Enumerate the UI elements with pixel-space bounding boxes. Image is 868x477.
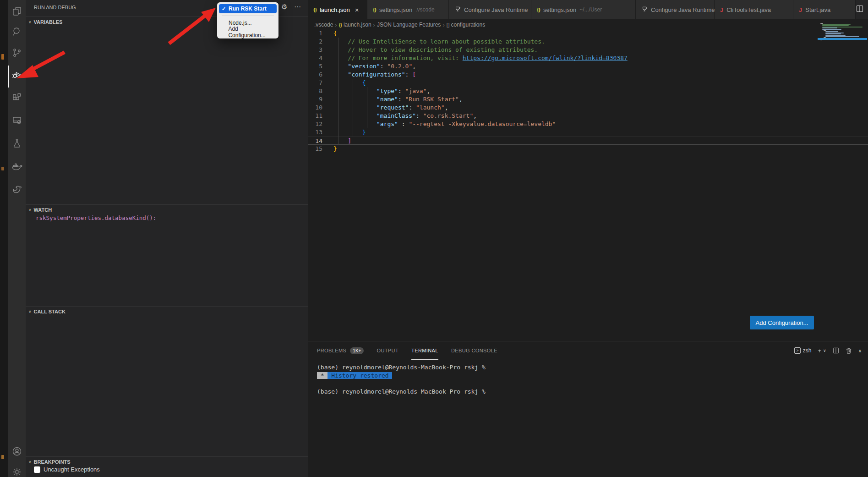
code-line-11[interactable]: 11 "mainClass": "co.rsk.Start", (308, 112, 868, 120)
terminal-icon: > (794, 347, 801, 354)
line-number: 10 (308, 104, 329, 112)
maximize-panel-button[interactable]: ∧ (858, 348, 862, 353)
panel-tab-debug-console[interactable]: DEBUG CONSOLE (451, 341, 497, 360)
code-line-2[interactable]: 2 // Use IntelliSense to learn about pos… (308, 38, 868, 46)
minimap-line (825, 31, 838, 32)
tab-start-java[interactable]: JStart.java (793, 0, 856, 19)
docker-icon[interactable] (8, 156, 26, 177)
menu-item-add-configuration-[interactable]: Add Configuration... (219, 27, 277, 37)
run-and-debug-icon[interactable] (8, 64, 26, 85)
source-control-icon[interactable] (8, 42, 26, 63)
tab-launch-json[interactable]: {}launch.json× (308, 0, 367, 19)
panel-toolbar: > zsh + ∨ ∧ (794, 341, 862, 360)
section-label: CALL STACK (34, 309, 66, 314)
section-label: VARIABLES (34, 19, 63, 25)
breadcrumb-item[interactable]: [ ]configurations (447, 22, 485, 28)
terminal-instance-zsh[interactable]: > zsh (794, 347, 812, 354)
code-line-13[interactable]: 13 } (308, 128, 868, 137)
search-icon[interactable] (8, 21, 26, 42)
panel-tab-output[interactable]: OUTPUT (377, 341, 399, 360)
tab-clitoolstest-java[interactable]: JCliToolsTest.java (715, 0, 793, 19)
code-line-6[interactable]: 6 "configurations": [ (308, 71, 868, 79)
split-editor-icon[interactable] (856, 5, 863, 14)
minimap-line (822, 29, 841, 30)
code-line-4[interactable]: 4 // For more information, visit: https:… (308, 54, 868, 62)
code-token: : (405, 71, 413, 78)
code-token: "0.2.0" (387, 63, 412, 70)
code-token: , (473, 112, 477, 119)
more-actions-icon[interactable]: ⋯ (294, 3, 301, 11)
terminal-output[interactable]: (base) reynoldmorel@Reynolds-MacBook-Pro… (317, 363, 486, 395)
code-editor[interactable]: 1{2 // Use IntelliSense to learn about p… (308, 29, 868, 153)
extensions-icon[interactable] (8, 87, 26, 108)
chevron-down-icon: ∨ (28, 208, 32, 212)
testing-icon[interactable] (8, 133, 26, 154)
settings-gear-icon[interactable] (8, 461, 26, 477)
new-terminal-button[interactable]: + ∨ (818, 347, 826, 354)
kill-terminal-button[interactable] (846, 347, 852, 354)
line-content: // Use IntelliSense to learn about possi… (329, 38, 545, 46)
breadcrumb-item[interactable]: {}launch.json (339, 22, 371, 28)
split-terminal-button[interactable] (833, 347, 839, 354)
code-token (333, 63, 348, 70)
remote-explorer-icon[interactable] (8, 110, 26, 131)
breadcrumb-item[interactable]: .vscode (314, 22, 333, 28)
add-configuration-button[interactable]: Add Configuration... (750, 316, 814, 329)
line-content: // For more information, visit: https://… (329, 54, 628, 62)
code-line-7[interactable]: 7 { (308, 79, 868, 87)
watch-expression-row[interactable]: rskSystemProperties.databaseKind(): (36, 214, 163, 221)
code-line-10[interactable]: 10 "request": "launch", (308, 104, 868, 112)
tab-settings-json[interactable]: {}settings.json.vscode (367, 0, 449, 19)
minimap[interactable] (820, 23, 867, 78)
panel-tab-label: OUTPUT (377, 348, 399, 353)
code-token (333, 79, 362, 86)
shell-label: zsh (803, 347, 812, 354)
json-file-icon: {} (339, 22, 342, 27)
code-line-8[interactable]: 8 "type": "java", (308, 87, 868, 95)
minimap-line (825, 36, 859, 37)
breadcrumb: .vscode›{}launch.json›JSON Language Feat… (308, 19, 868, 30)
plus-icon: + (818, 347, 821, 354)
panel-tab-terminal[interactable]: TERMINAL (411, 341, 438, 360)
section-breakpoints[interactable]: ∨ BREAKPOINTS (26, 456, 308, 466)
breadcrumb-item[interactable]: JSON Language Features (377, 22, 441, 28)
panel-tab-label: TERMINAL (411, 348, 438, 353)
line-content: ] (329, 137, 351, 144)
launch-settings-gear-icon[interactable]: ⚙ (281, 3, 287, 11)
code-line-15[interactable]: 15} (308, 145, 868, 153)
line-content: { (329, 79, 366, 87)
tab-configure-java-runtime[interactable]: Configure Java Runtime (636, 0, 715, 19)
code-line-3[interactable]: 3 // Hover to view descriptions of exist… (308, 46, 868, 54)
section-watch[interactable]: ∨ WATCH (26, 204, 308, 214)
code-token: ] (348, 137, 351, 144)
code-line-9[interactable]: 9 "name": "Run RSK Start", (308, 95, 868, 104)
tab-configure-java-runtime[interactable]: Configure Java Runtime (449, 0, 531, 19)
line-content: "type": "java", (329, 87, 430, 95)
accounts-icon[interactable] (8, 441, 26, 462)
section-call-stack[interactable]: ∨ CALL STACK (26, 306, 308, 316)
code-line-5[interactable]: 5 "version": "0.2.0", (308, 62, 868, 71)
uncaught-exceptions-checkbox[interactable] (34, 466, 40, 473)
minimap-line (822, 25, 849, 26)
panel-tab-problems[interactable]: PROBLEMS1K+ (317, 341, 364, 360)
code-line-1[interactable]: 1{ (308, 29, 868, 38)
close-icon[interactable]: × (355, 6, 359, 14)
code-token (333, 71, 348, 78)
code-line-12[interactable]: 12 "args" : "--regtest -Xkeyvalue.dataso… (308, 120, 868, 128)
tab-settings-json[interactable]: {}settings.json~/.../User (531, 0, 636, 19)
menu-item-run-rsk-start[interactable]: ✓Run RSK Start (219, 4, 277, 13)
code-token: // Use IntelliSense to learn about possi… (348, 38, 545, 45)
section-label: WATCH (34, 207, 52, 213)
gradle-icon[interactable] (8, 179, 26, 200)
explorer-icon[interactable] (8, 1, 26, 22)
code-token: "version" (348, 63, 380, 70)
line-number: 15 (308, 145, 329, 153)
code-token: // For more information, visit: (348, 55, 462, 61)
indent-guide (338, 38, 339, 145)
code-line-14[interactable]: 14 ] (308, 137, 868, 145)
code-link[interactable]: https://go.microsoft.com/fwlink/?linkid=… (463, 55, 628, 61)
line-number: 5 (308, 62, 329, 71)
chevron-up-icon: ∧ (858, 348, 862, 353)
code-token (333, 88, 377, 94)
terminal-text: (base) reynoldmorel@Reynolds-MacBook-Pro… (317, 388, 486, 395)
